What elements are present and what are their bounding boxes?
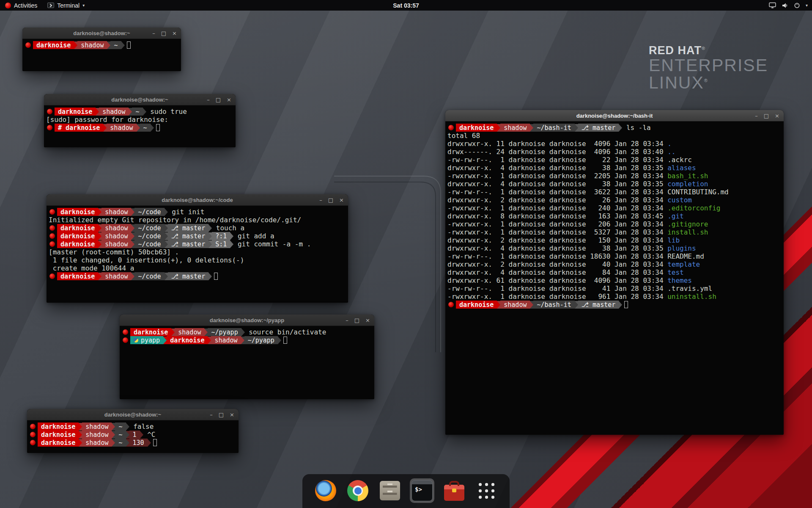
maximize-button[interactable]: □: [328, 197, 333, 203]
dock-terminal[interactable]: $>: [410, 478, 434, 503]
close-button[interactable]: ×: [365, 318, 370, 323]
dock-app-grid[interactable]: [474, 478, 499, 503]
close-button[interactable]: ×: [227, 97, 231, 102]
power-icon[interactable]: [794, 2, 800, 8]
terminal-line: # darknoiseshadow~: [46, 124, 234, 132]
terminal-window-sudo[interactable]: darknoise@shadow:~ – □ × darknoiseshadow…: [44, 94, 236, 147]
powerline-arrow: [208, 240, 212, 248]
prompt-segment: darknoise: [33, 41, 74, 49]
terminal-content[interactable]: darknoiseshadow~/code git initInitialize…: [47, 206, 348, 303]
maximize-button[interactable]: □: [161, 30, 166, 36]
powerline-arrow: [121, 41, 125, 49]
powerline-arrow: [208, 224, 212, 232]
display-icon[interactable]: [769, 2, 776, 8]
terminal-line: -rw-rw-r--. 1 darknoise darknoise 3622 J…: [447, 188, 782, 196]
terminal-content[interactable]: darknoiseshadow~/pyapp source bin/activa…: [120, 326, 374, 399]
prompt-segment-label: shadow: [81, 41, 104, 49]
terminal-content[interactable]: darknoiseshadow~ falsedarknoiseshadow~1 …: [27, 420, 239, 453]
terminal-text: CONTRIBUTING.md: [667, 188, 729, 196]
prompt-segment-label: shadow: [105, 232, 128, 240]
redhat-prompt-icon: [30, 432, 36, 437]
terminal-content[interactable]: darknoiseshadow~ sudo true[sudo] passwor…: [44, 105, 236, 147]
window-titlebar[interactable]: darknoise@shadow:~/bash-it – □ ×: [445, 110, 784, 121]
prompt-segment: ~/code: [134, 232, 164, 240]
prompt-segment: shadow: [82, 422, 112, 431]
powerline-arrow: [129, 108, 132, 116]
app-menu[interactable]: Terminal ▾: [42, 0, 90, 11]
firefox-icon: [315, 480, 336, 501]
window-titlebar[interactable]: darknoise@shadow:~/pyapp – □ ×: [120, 315, 374, 326]
close-button[interactable]: ×: [775, 113, 779, 119]
dock-files[interactable]: [378, 478, 402, 503]
prompt-segment-label: shadow: [105, 273, 128, 280]
powerline-arrow: [131, 224, 134, 232]
window-titlebar[interactable]: darknoise@shadow:~ – □ ×: [22, 28, 181, 39]
powerline-arrow: [208, 337, 211, 344]
maximize-button[interactable]: □: [216, 97, 221, 102]
terminal-window-pyapp[interactable]: darknoise@shadow:~/pyapp – □ × darknoise…: [120, 315, 374, 399]
prompt-segment: 1: [129, 431, 140, 439]
close-button[interactable]: ×: [339, 197, 344, 203]
terminal-text: drwxrwxr-x. 4 darknoise darknoise 38 Jan…: [447, 164, 667, 172]
prompt-segment-label: shadow: [105, 208, 128, 216]
powerline-arrow: [208, 273, 212, 280]
branding-enterprise: ENTERPRISE: [649, 57, 768, 75]
prompt-segment-label: shadow: [85, 439, 108, 447]
minimize-button[interactable]: –: [152, 30, 155, 36]
dock-toolbox[interactable]: [442, 478, 466, 503]
redhat-prompt-icon: [123, 329, 128, 335]
prompt-segment-label: ⎇ master: [171, 224, 206, 232]
prompt-segment: shadow: [107, 124, 136, 132]
terminal-line: drwxrwxr-x. 4 darknoise darknoise 38 Jan…: [447, 244, 782, 252]
prompt-segment: darknoise: [456, 124, 497, 132]
terminal-line: create mode 100644 a: [49, 264, 346, 272]
clock[interactable]: Sat 03:57: [389, 0, 423, 11]
terminal-line: darknoiseshadow~/code⎇ masterS:1 git com…: [49, 240, 346, 248]
terminal-window-home-1[interactable]: darknoise@shadow:~ – □ × darknoiseshadow…: [22, 28, 181, 71]
window-titlebar[interactable]: darknoise@shadow:~/code – □ ×: [47, 194, 348, 206]
prompt-segment-label: ⎇ master: [582, 124, 616, 132]
window-titlebar[interactable]: darknoise@shadow:~ – □ ×: [27, 409, 239, 420]
prompt-segment: shadow: [82, 431, 112, 439]
minimize-button[interactable]: –: [207, 97, 210, 102]
terminal-text: Initialized empty Git repository in /hom…: [49, 216, 301, 224]
window-titlebar[interactable]: darknoise@shadow:~ – □ ×: [44, 94, 236, 105]
prompt-segment-label: ~/pyapp: [211, 329, 238, 336]
volume-icon[interactable]: [782, 3, 788, 8]
terminal-cursor: [283, 337, 287, 344]
terminal-window-bash-it[interactable]: darknoise@shadow:~/bash-it – □ × darknoi…: [445, 110, 784, 435]
powerline-arrow: [79, 423, 82, 431]
minimize-button[interactable]: –: [346, 318, 348, 323]
prompt-segment: shadow: [102, 208, 131, 216]
terminal-window-home-2[interactable]: darknoise@shadow:~ – □ × darknoiseshadow…: [27, 409, 239, 453]
terminal-content[interactable]: darknoiseshadow~: [22, 39, 181, 71]
prompt-segment-label: ~/pyapp: [248, 337, 274, 344]
prompt-segment: darknoise: [167, 336, 208, 344]
powerline-arrow: [103, 124, 107, 132]
terminal-content[interactable]: darknoiseshadow~/bash-it⎇ master ls -lat…: [445, 121, 784, 435]
dock-firefox[interactable]: [313, 478, 338, 503]
prompt-segment-label: darknoise: [60, 240, 95, 248]
activities-button[interactable]: Activities: [0, 0, 42, 11]
redhat-prompt-icon: [49, 241, 55, 247]
minimize-button[interactable]: –: [319, 197, 322, 203]
window-title: darknoise@shadow:~: [111, 97, 168, 103]
prompt-segment-label: shadow: [105, 224, 128, 232]
close-button[interactable]: ×: [172, 30, 177, 36]
terminal-text: .travis.yml: [667, 284, 712, 293]
terminal-line: darknoiseshadow~/code⎇ master?:1 git add…: [49, 232, 346, 240]
maximize-button[interactable]: □: [764, 113, 769, 119]
minimize-button[interactable]: –: [755, 113, 758, 119]
terminal-window-code[interactable]: darknoise@shadow:~/code – □ × darknoises…: [47, 194, 348, 303]
close-button[interactable]: ×: [230, 412, 234, 417]
maximize-button[interactable]: □: [354, 318, 359, 323]
terminal-text: aliases: [667, 164, 696, 172]
dock-chrome[interactable]: [346, 478, 370, 503]
terminal-line: pyappdarknoiseshadow~/pyapp: [122, 336, 373, 344]
powerline-arrow: [497, 124, 500, 132]
prompt-segment-label: darknoise: [41, 423, 75, 431]
maximize-button[interactable]: □: [219, 412, 224, 417]
prompt-segment: ~/code: [134, 208, 164, 216]
terminal-line: -rw-rw-r--. 1 darknoise darknoise 18630 …: [447, 252, 782, 260]
minimize-button[interactable]: –: [210, 412, 213, 417]
